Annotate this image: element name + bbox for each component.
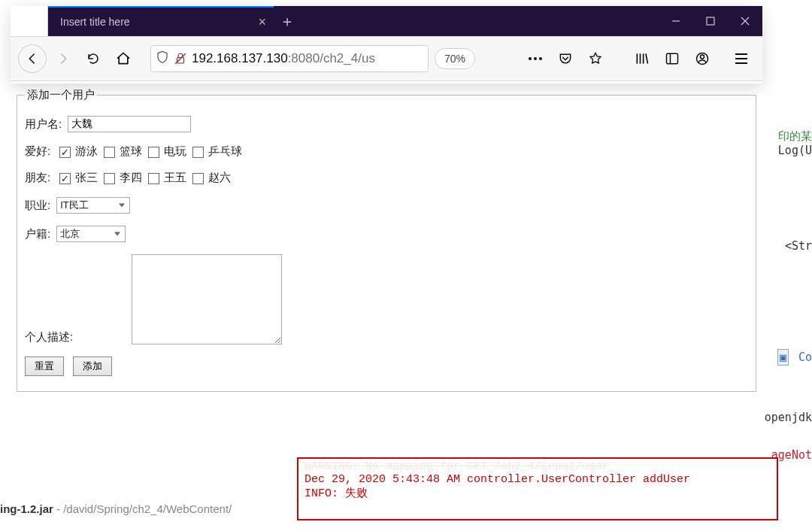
origin-select[interactable]: 北京: [56, 226, 126, 242]
page-content: 添加一个用户 用户名: 爱好: 游泳 篮球 电玩 乒乓球 朋友: 张三 李四 王…: [11, 83, 762, 407]
tab-bar: Insert title here × ＋: [11, 6, 762, 36]
friend-option: 赵六: [208, 171, 231, 185]
hobby-checkbox-basketball[interactable]: [104, 147, 115, 158]
hobby-option: 乒乓球: [208, 144, 242, 159]
desc-label: 个人描述:: [25, 330, 73, 344]
home-button[interactable]: [110, 45, 137, 72]
hobby-checkbox-pingpong[interactable]: [192, 147, 204, 158]
reload-button[interactable]: [80, 45, 107, 72]
hobby-label: 爱好:: [25, 144, 50, 159]
reset-button[interactable]: 重置: [25, 357, 64, 376]
hobby-checkbox-swim[interactable]: [59, 147, 71, 158]
browser-tab[interactable]: Insert title here ×: [48, 6, 274, 36]
friend-checkbox-zhangsan[interactable]: [59, 173, 71, 184]
hamburger-menu-icon[interactable]: [728, 45, 755, 72]
desc-textarea[interactable]: [132, 254, 282, 344]
hobby-checkbox-game[interactable]: [148, 147, 159, 158]
svg-point-16: [701, 55, 704, 59]
job-label: 职业:: [25, 199, 50, 213]
back-button[interactable]: [18, 44, 47, 73]
new-tab-button[interactable]: ＋: [274, 6, 301, 36]
svg-point-8: [539, 57, 542, 60]
friend-option: 李四: [120, 171, 142, 185]
svg-line-12: [646, 53, 648, 63]
submit-button[interactable]: 添加: [73, 357, 112, 376]
bg-text: openjdk: [765, 411, 812, 424]
url-text: 192.168.137.130:8080/ch2_4/us: [192, 51, 375, 66]
friend-checkbox-wangwu[interactable]: [148, 173, 159, 184]
bg-text: 印的某: [778, 129, 812, 143]
bg-text: Log(U: [778, 144, 812, 157]
window-maximize-button[interactable]: [693, 6, 728, 36]
insecure-lock-icon[interactable]: [174, 52, 187, 65]
friend-option: 张三: [75, 171, 98, 185]
job-select[interactable]: IT民工: [56, 197, 130, 214]
tracking-shield-icon[interactable]: [156, 50, 169, 68]
hobby-option: 篮球: [120, 144, 142, 159]
console-line: WARNING: No mapping for GET /ch2_4/input…: [304, 460, 771, 473]
nav-toolbar: 192.168.137.130:8080/ch2_4/us 70%: [11, 36, 762, 81]
zoom-indicator[interactable]: 70%: [435, 48, 475, 69]
add-user-fieldset: 添加一个用户 用户名: 爱好: 游泳 篮球 电玩 乒乓球 朋友: 张三 李四 王…: [17, 88, 756, 392]
bg-text: Co: [798, 350, 812, 364]
username-label: 用户名:: [25, 117, 62, 132]
tabbar-prefix: [11, 6, 48, 36]
fieldset-legend: 添加一个用户: [25, 88, 97, 102]
close-tab-icon[interactable]: ×: [258, 14, 266, 30]
friend-checkbox-zhaoliu[interactable]: [192, 173, 204, 184]
window-close-button[interactable]: [728, 6, 762, 36]
tab-title: Insert title here: [60, 16, 130, 28]
svg-point-6: [529, 57, 532, 60]
browser-window: Insert title here × ＋: [11, 6, 762, 83]
console-highlight: WARNING: No mapping for GET /ch2_4/input…: [297, 457, 778, 520]
pocket-icon[interactable]: [552, 45, 579, 72]
svg-point-7: [534, 57, 537, 60]
friend-checkbox-lisi[interactable]: [104, 173, 115, 184]
friends-label: 朋友:: [25, 171, 50, 185]
page-actions-icon[interactable]: [522, 45, 549, 72]
window-minimize-button[interactable]: [659, 6, 693, 36]
bookmark-star-icon[interactable]: [582, 45, 609, 72]
svg-rect-1: [707, 17, 714, 25]
forward-button[interactable]: [50, 45, 77, 72]
console-tab-icon: ▣: [777, 349, 789, 366]
console-line: Dec 29, 2020 5:43:48 AM controller.UserC…: [304, 473, 771, 486]
username-input[interactable]: [68, 116, 191, 132]
bg-text: <Str: [785, 239, 812, 253]
svg-rect-13: [667, 53, 678, 63]
hobby-option: 电玩: [164, 144, 186, 159]
library-icon[interactable]: [629, 45, 656, 72]
friend-option: 王五: [164, 171, 186, 185]
console-line: INFO: 失败: [304, 486, 771, 500]
hobby-option: 游泳: [75, 144, 98, 159]
url-bar[interactable]: 192.168.137.130:8080/ch2_4/us: [150, 45, 429, 72]
jar-path-line: ing-1.2.jar - /david/Spring/ch2_4/WebCon…: [0, 502, 232, 515]
sidebar-icon[interactable]: [659, 45, 686, 72]
origin-label: 户籍:: [25, 227, 50, 241]
account-icon[interactable]: [689, 45, 716, 72]
